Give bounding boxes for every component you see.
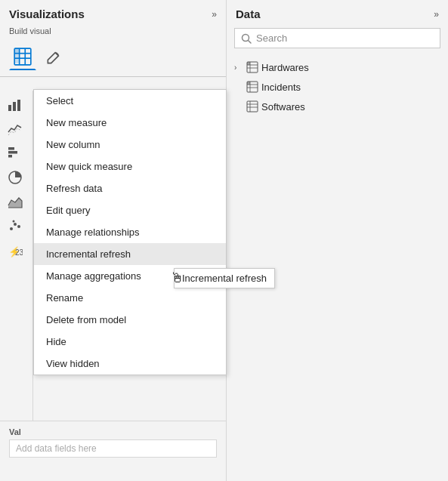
visualizations-title: Visualizations (9, 8, 85, 20)
svg-text:23: 23 (15, 248, 23, 257)
incidents-label: Incidents (261, 82, 301, 93)
svg-rect-5 (14, 48, 20, 54)
edit-visual-icon[interactable] (41, 43, 68, 70)
data-panel-title: Data (236, 8, 261, 20)
context-menu-item-refresh-data[interactable]: Refresh data (34, 177, 226, 199)
svg-rect-11 (8, 147, 14, 150)
add-data-field[interactable]: Add data fields here (9, 439, 217, 458)
hardwares-chevron: › (234, 63, 243, 72)
softwares-label: Softwares (261, 101, 305, 113)
table-visual-icon[interactable] (9, 43, 36, 70)
search-placeholder: Search (256, 32, 287, 44)
context-menu: SelectNew measureNew columnNew quick mea… (33, 89, 227, 375)
data-panel-expand-icon[interactable]: » (434, 9, 439, 20)
tree-item-incidents[interactable]: › Incidents (227, 77, 448, 97)
context-menu-item-rename[interactable]: Rename (34, 287, 226, 309)
context-menu-item-new-quick-measure[interactable]: New quick measure (34, 156, 226, 177)
softwares-table-icon (246, 100, 258, 113)
search-box[interactable]: Search (234, 28, 440, 48)
context-menu-item-new-column[interactable]: New column (34, 134, 226, 156)
data-tree: › Hardwares › (227, 54, 448, 119)
tree-item-softwares[interactable]: › Softwares (227, 97, 448, 116)
visualizations-expand-icon[interactable]: » (212, 9, 217, 20)
value-label: Val (9, 427, 217, 436)
svg-rect-12 (8, 151, 17, 154)
data-panel-header: Data » (227, 0, 448, 25)
tree-item-hardwares[interactable]: › Hardwares (227, 57, 448, 77)
context-menu-item-new-measure[interactable]: New measure (34, 112, 226, 134)
data-panel: Data » Search › Hardwares (227, 0, 448, 481)
bar-chart-icon[interactable] (0, 94, 30, 116)
visual-icons-row (0, 40, 226, 75)
search-icon (241, 33, 252, 44)
visualizations-panel: Visualizations » Build visual (0, 0, 227, 481)
hardwares-table-icon (246, 61, 258, 73)
svg-rect-10 (17, 100, 20, 111)
context-menu-item-hide[interactable]: Hide (34, 331, 226, 353)
context-menu-item-delete-from-model[interactable]: Delete from model (34, 309, 226, 331)
svg-point-17 (17, 225, 20, 228)
svg-rect-27 (247, 62, 250, 65)
svg-point-15 (10, 227, 13, 230)
svg-rect-32 (247, 82, 250, 85)
incidents-table-icon (246, 81, 258, 93)
svg-rect-6 (14, 54, 20, 59)
context-menu-item-manage-relationships[interactable]: Manage relationships (34, 221, 226, 243)
svg-rect-9 (13, 102, 16, 111)
svg-point-16 (14, 223, 17, 226)
context-menu-item-edit-query[interactable]: Edit query (34, 199, 226, 221)
scatter-chart-icon[interactable] (0, 214, 30, 237)
line-chart-icon[interactable] (0, 118, 30, 140)
svg-rect-8 (8, 105, 11, 111)
power-icon[interactable]: ⚡ 23 (0, 239, 30, 261)
area-chart-icon[interactable] (0, 190, 30, 213)
tooltip-box: Incremental refresh (174, 268, 275, 288)
svg-point-18 (13, 220, 15, 223)
context-menu-item-incremental-refresh[interactable]: Incremental refresh (34, 243, 226, 265)
svg-rect-13 (8, 155, 12, 158)
hbar-chart-icon[interactable] (0, 142, 30, 165)
context-menu-item-view-hidden[interactable]: View hidden (34, 353, 226, 375)
svg-rect-7 (14, 58, 20, 63)
hardwares-label: Hardwares (261, 62, 309, 73)
bottom-section: Val Add data fields here (0, 421, 226, 481)
svg-line-22 (249, 40, 252, 43)
context-menu-item-select[interactable]: Select (34, 90, 226, 112)
svg-rect-33 (247, 101, 258, 112)
build-visual-label: Build visual (0, 25, 226, 40)
visualizations-header: Visualizations » (0, 0, 226, 25)
pie-chart-icon[interactable] (0, 166, 30, 189)
